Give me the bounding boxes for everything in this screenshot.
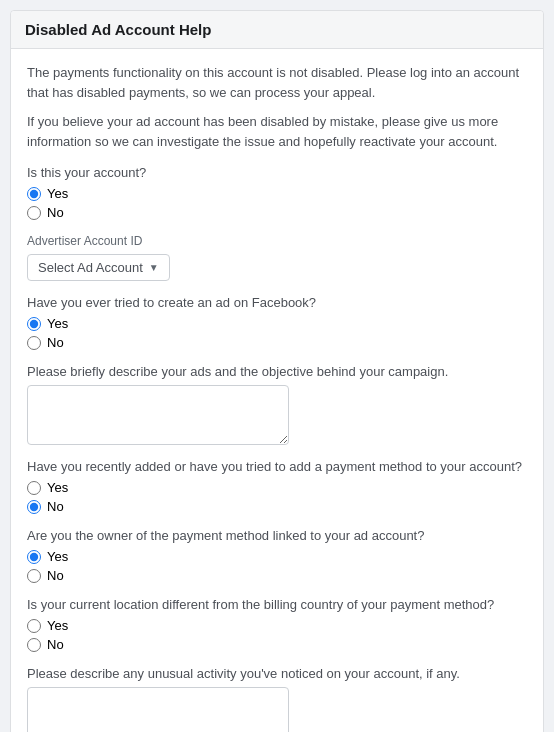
q1-radio-yes[interactable] <box>27 187 41 201</box>
q1-option-yes[interactable]: Yes <box>27 186 527 201</box>
question-6: Are you the owner of the payment method … <box>27 528 527 583</box>
q3-label: Have you ever tried to create an ad on F… <box>27 295 527 310</box>
card-header: Disabled Ad Account Help <box>11 11 543 49</box>
q7-label: Is your current location different from … <box>27 597 527 612</box>
question-4: Please briefly describe your ads and the… <box>27 364 527 445</box>
card-body: The payments functionality on this accou… <box>11 49 543 732</box>
select-ad-account-label: Select Ad Account <box>38 260 143 275</box>
q1-label-yes: Yes <box>47 186 68 201</box>
q6-label-no: No <box>47 568 64 583</box>
q6-label-yes: Yes <box>47 549 68 564</box>
question-5: Have you recently added or have you trie… <box>27 459 527 514</box>
intro-line1: The payments functionality on this accou… <box>27 63 527 102</box>
question-1: Is this your account? Yes No <box>27 165 527 220</box>
unusual-activity-textarea[interactable] <box>27 687 289 732</box>
intro-line2: If you believe your ad account has been … <box>27 112 527 151</box>
q6-radio-yes[interactable] <box>27 550 41 564</box>
q7-radio-yes[interactable] <box>27 619 41 633</box>
q5-label-no: No <box>47 499 64 514</box>
q1-radio-group: Yes No <box>27 186 527 220</box>
q7-option-yes[interactable]: Yes <box>27 618 527 633</box>
q7-radio-no[interactable] <box>27 638 41 652</box>
q3-option-no[interactable]: No <box>27 335 527 350</box>
q1-label: Is this your account? <box>27 165 527 180</box>
q4-label: Please briefly describe your ads and the… <box>27 364 527 379</box>
q1-radio-no[interactable] <box>27 206 41 220</box>
q6-radio-group: Yes No <box>27 549 527 583</box>
q3-radio-group: Yes No <box>27 316 527 350</box>
q6-option-yes[interactable]: Yes <box>27 549 527 564</box>
select-ad-account-button[interactable]: Select Ad Account ▼ <box>27 254 170 281</box>
q3-radio-yes[interactable] <box>27 317 41 331</box>
q7-option-no[interactable]: No <box>27 637 527 652</box>
q5-radio-no[interactable] <box>27 500 41 514</box>
q5-label-yes: Yes <box>47 480 68 495</box>
q6-label: Are you the owner of the payment method … <box>27 528 527 543</box>
q3-option-yes[interactable]: Yes <box>27 316 527 331</box>
ads-description-textarea[interactable] <box>27 385 289 445</box>
q5-radio-yes[interactable] <box>27 481 41 495</box>
intro-section: The payments functionality on this accou… <box>27 63 527 151</box>
q7-label-no: No <box>47 637 64 652</box>
advertiser-account-label: Advertiser Account ID <box>27 234 527 248</box>
question-7: Is your current location different from … <box>27 597 527 652</box>
q5-option-yes[interactable]: Yes <box>27 480 527 495</box>
q6-radio-no[interactable] <box>27 569 41 583</box>
dropdown-arrow-icon: ▼ <box>149 262 159 273</box>
q7-label-yes: Yes <box>47 618 68 633</box>
q1-option-no[interactable]: No <box>27 205 527 220</box>
q6-option-no[interactable]: No <box>27 568 527 583</box>
q7-radio-group: Yes No <box>27 618 527 652</box>
page-title: Disabled Ad Account Help <box>25 21 529 38</box>
q5-radio-group: Yes No <box>27 480 527 514</box>
advertiser-account-section: Advertiser Account ID Select Ad Account … <box>27 234 527 281</box>
question-3: Have you ever tried to create an ad on F… <box>27 295 527 350</box>
q3-radio-no[interactable] <box>27 336 41 350</box>
main-card: Disabled Ad Account Help The payments fu… <box>10 10 544 732</box>
q1-label-no: No <box>47 205 64 220</box>
q5-option-no[interactable]: No <box>27 499 527 514</box>
q8-label: Please describe any unusual activity you… <box>27 666 527 681</box>
q5-label: Have you recently added or have you trie… <box>27 459 527 474</box>
q3-label-no: No <box>47 335 64 350</box>
q3-label-yes: Yes <box>47 316 68 331</box>
question-8: Please describe any unusual activity you… <box>27 666 527 732</box>
